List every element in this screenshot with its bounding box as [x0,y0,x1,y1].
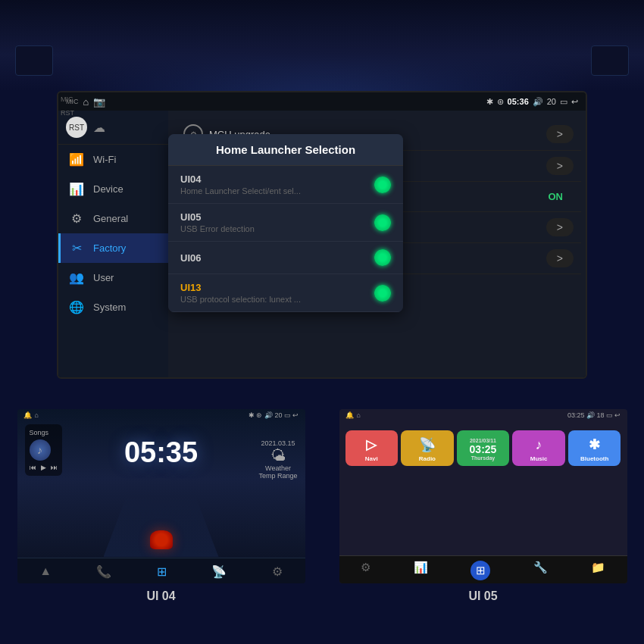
dash-decor [0,0,644,91]
wifi-icon: 📶 [69,152,84,167]
ui04-music-widget: Songs ♪ ⏮ ▶ ⏭ [25,424,62,476]
usb-protocol-arrow[interactable]: > [546,218,574,236]
back-icon[interactable]: ↩ [571,97,578,107]
next-icon[interactable]: ⏭ [51,464,58,471]
ui05-label-group: UI05 USB Error detection [180,211,255,233]
nav-antenna-icon[interactable]: 📡 [211,564,227,579]
ui05-folder-icon[interactable]: 📁 [591,561,605,580]
dropdown-item-ui06[interactable]: UI06 [168,242,403,274]
music-app-icon: ♪ [536,437,542,453]
export-arrow[interactable]: > [546,249,574,267]
sidebar-item-factory[interactable]: ✂ Factory [58,233,168,263]
ui04-nav-bar: ▲ 📞 ⊞ 📡 ⚙ [17,558,305,583]
play-icon[interactable]: ▶ [41,464,46,471]
ui04-status-right: ✱ ⊛ 🔊 20 ▭ ↩ [249,411,299,419]
status-time: 05:36 [508,97,529,106]
ui04-label: UI 04 [146,589,175,603]
rst-label-ext: RST [61,109,74,117]
ui05-settings-icon[interactable]: ⚙ [361,561,370,580]
dropdown-title: Home Launcher Selection [168,134,403,166]
navi-label: Navi [365,455,378,462]
app-tile-music[interactable]: ♪ Music [512,430,565,466]
app-tile-navi[interactable]: ▷ Navi [345,430,399,466]
ui13-label-group: UI13 USB protocol selection: lunext ... [180,282,301,304]
sidebar-wifi-label: Wi-Fi [93,154,116,165]
clock-date: 2021/03/11 [470,438,496,443]
ui05-tool-icon[interactable]: 🔧 [533,561,548,580]
camera-icon[interactable]: 📷 [93,96,105,108]
home-icon-small: ⌂ [35,411,39,419]
ui05-bottom-bar: ⚙ 📊 ⊞ 🔧 📁 [339,555,627,583]
temp-label: Temp Range [258,472,297,480]
sidebar-system-label: System [93,302,126,313]
user-icon: 👥 [69,270,84,285]
nav-arrow-icon[interactable]: ▲ [39,564,52,579]
ui13-label: UI13 [180,282,301,293]
ui06-toggle[interactable] [374,249,391,266]
ui04-screen: 🔔 ⌂ ✱ ⊛ 🔊 20 ▭ ↩ Songs ♪ ⏮ ▶ ⏭ [17,409,305,583]
radio-label: Radio [419,455,436,462]
dash-vent-right [591,45,629,76]
on-badge[interactable]: ON [538,188,574,205]
ui05-home-icon: ⌂ [357,411,361,419]
sidebar-item-device[interactable]: 📊 Device [58,174,168,204]
dash-vent-left [15,45,53,76]
ui05-status-left: 🔔 ⌂ [345,411,361,419]
ui05-notif-icon: 🔔 [345,411,354,419]
prev-icon[interactable]: ⏮ [30,464,36,471]
dropdown-item-ui04[interactable]: UI04 Home Launcher Selecti/ent sel... [168,166,403,204]
clock-day: Thursday [471,455,496,461]
sidebar-item-user[interactable]: 👥 User [58,263,168,292]
album-art: ♪ [30,439,51,461]
dropdown-item-ui13[interactable]: UI13 USB protocol selection: lunext ... [168,274,403,312]
ui13-toggle[interactable] [374,285,391,302]
app-tile-radio[interactable]: 📡 Radio [401,430,454,466]
main-screen: MIC ⌂ 📷 ✱ ⊛ 05:36 🔊 20 ▭ ↩ RST ☁ 📶 Wi-Fi… [57,91,587,379]
navi-icon: ▷ [366,436,377,453]
ui04-toggle[interactable] [374,177,391,193]
app-tile-clock[interactable]: 2021/03/11 03:25 Thursday [457,430,510,466]
songs-label: Songs [30,429,58,436]
ui06-label: UI06 [180,252,201,264]
bluetooth-app-label: Bluetooth [580,455,608,462]
sidebar-item-system[interactable]: 🌐 System [58,292,168,322]
ui04-status-bar: 🔔 ⌂ ✱ ⊛ 🔊 20 ▭ ↩ [17,409,305,421]
playback-controls: ⏮ ▶ ⏭ [30,464,58,471]
ui04-car [150,530,173,549]
music-note-icon: ♪ [37,444,42,456]
sidebar-general-label: General [93,213,128,224]
ui04-sublabel: Home Launcher Selecti/ent sel... [180,186,301,195]
sidebar: RST ☁ 📶 Wi-Fi 📊 Device ⚙ General ✂ Facto… [58,111,168,379]
wifi-status-icon: ⊛ [497,97,504,107]
status-right: ✱ ⊛ 05:36 🔊 20 ▭ ↩ [486,97,578,107]
home-icon[interactable]: ⌂ [83,96,89,108]
factory-icon: ✂ [69,241,84,255]
weather-icon: 🌤 [258,447,297,464]
sidebar-device-label: Device [93,183,123,195]
bluetooth-app-icon: ✱ [589,436,600,453]
globe-icon: 🌐 [69,300,84,314]
mcu-arrow[interactable]: > [546,125,574,143]
nav-grid-icon[interactable]: ⊞ [157,564,167,579]
bluetooth-status-icon: ✱ [486,97,493,107]
ui04-label: UI04 [180,174,301,185]
music-app-label: Music [530,455,548,462]
sidebar-item-wifi[interactable]: 📶 Wi-Fi [58,145,168,174]
rst-button[interactable]: RST [66,117,87,138]
ui05-chart-icon[interactable]: 📊 [414,561,428,580]
dropdown-overlay: Home Launcher Selection UI04 Home Launch… [168,134,403,312]
app-tile-bluetooth[interactable]: ✱ Bluetooth [568,430,621,466]
ui05-toggle[interactable] [374,214,391,231]
notification-icon: 🔔 [23,411,32,419]
battery-icon: ▭ [560,97,567,107]
volume-level: 20 [547,97,556,106]
clock-time: 03:25 [470,443,497,455]
ui05-grid-icon[interactable]: ⊞ [470,561,490,580]
sidebar-item-general[interactable]: ⚙ General [58,204,168,233]
ui05-screen: 🔔 ⌂ 03:25 🔊 18 ▭ ↩ ▷ Navi 📡 Radio [339,409,627,583]
app-grid: ▷ Navi 📡 Radio 2021/03/11 03:25 Thursday… [339,426,627,470]
nav-phone-icon[interactable]: 📞 [96,564,111,579]
ui-select-arrow[interactable]: > [546,157,574,175]
nav-settings-icon[interactable]: ⚙ [272,564,283,579]
dropdown-item-ui05[interactable]: UI05 USB Error detection [168,204,403,242]
